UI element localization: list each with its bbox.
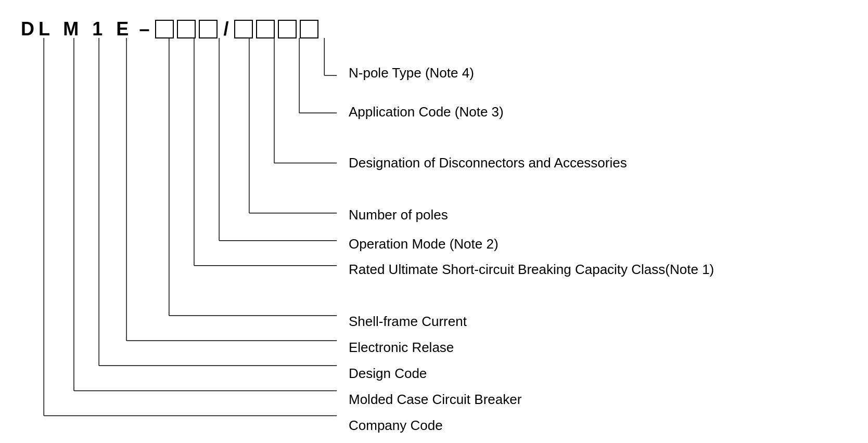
label-operation-mode: Operation Mode (Note 2) (349, 236, 499, 252)
code-dl: DL M 1 E (21, 18, 133, 40)
label-n-pole-type: N-pole Type (Note 4) (349, 65, 474, 81)
label-number-of-poles: Number of poles (349, 207, 448, 223)
label-application-code: Application Code (Note 3) (349, 104, 504, 120)
label-designation: Designation of Disconnectors and Accesso… (349, 155, 627, 171)
code-box-5 (256, 20, 275, 38)
code-box-6 (278, 20, 297, 38)
code-box-3 (199, 20, 218, 38)
code-box-7 (300, 20, 318, 38)
label-molded-case: Molded Case Circuit Breaker (349, 392, 521, 408)
label-rated-ultimate: Rated Ultimate Short-circuit Breaking Ca… (349, 262, 714, 278)
code-box-4 (234, 20, 253, 38)
code-slash: / (223, 18, 228, 40)
label-design-code: Design Code (349, 366, 427, 382)
code-box-1 (155, 20, 174, 38)
label-shell-frame-current: Shell-frame Current (349, 314, 467, 330)
label-electronic-relase: Electronic Relase (349, 340, 454, 356)
diagram-container: DL M 1 E – / N-pole Type (Note 4) Applic… (10, 10, 858, 437)
code-box-2 (177, 20, 196, 38)
code-dash: – (139, 18, 149, 40)
label-company-code: Company Code (349, 418, 443, 434)
